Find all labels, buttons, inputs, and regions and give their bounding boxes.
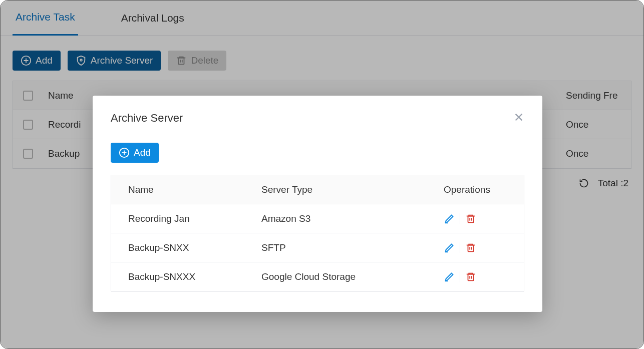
edit-button[interactable]: [444, 242, 455, 253]
separator: [460, 213, 460, 224]
modal-add-button[interactable]: Add: [111, 143, 159, 163]
modal-title: Archive Server: [111, 112, 183, 125]
server-type: Amazon S3: [261, 213, 444, 224]
delete-row-button[interactable]: [465, 213, 476, 224]
app-window: Archive Task Archival Logs Add Archive S…: [0, 0, 644, 349]
server-type: Google Cloud Storage: [261, 271, 444, 282]
close-icon: [513, 112, 524, 123]
table-row: Backup-SNXXX Google Cloud Storage: [111, 262, 524, 291]
pencil-icon: [444, 213, 455, 224]
table-row: Recording Jan Amazon S3: [111, 204, 524, 233]
modal-header: Archive Server: [111, 112, 524, 125]
plus-circle-icon: [119, 147, 130, 158]
server-name: Backup-SNXX: [111, 242, 261, 253]
pencil-icon: [444, 271, 455, 282]
trash-icon: [465, 213, 476, 224]
close-button[interactable]: [513, 112, 524, 125]
separator: [460, 242, 460, 253]
server-name: Recording Jan: [111, 213, 261, 224]
edit-button[interactable]: [444, 213, 455, 224]
modal-add-label: Add: [134, 147, 151, 158]
table-row: Backup-SNXX SFTP: [111, 233, 524, 262]
server-type: SFTP: [261, 242, 444, 253]
col-name: Name: [111, 184, 261, 195]
trash-icon: [465, 242, 476, 253]
pencil-icon: [444, 242, 455, 253]
servers-table: Name Server Type Operations Recording Ja…: [111, 175, 524, 292]
archive-server-modal: Archive Server Add Name Server Type Oper…: [93, 96, 542, 312]
server-name: Backup-SNXXX: [111, 271, 261, 282]
delete-row-button[interactable]: [465, 242, 476, 253]
edit-button[interactable]: [444, 271, 455, 282]
servers-table-header: Name Server Type Operations: [111, 175, 524, 204]
col-type: Server Type: [261, 184, 444, 195]
delete-row-button[interactable]: [465, 271, 476, 282]
trash-icon: [465, 271, 476, 282]
separator: [460, 271, 460, 282]
col-ops: Operations: [444, 184, 524, 195]
svg-rect-17: [468, 245, 474, 251]
svg-rect-13: [468, 216, 474, 222]
svg-rect-21: [468, 274, 474, 281]
